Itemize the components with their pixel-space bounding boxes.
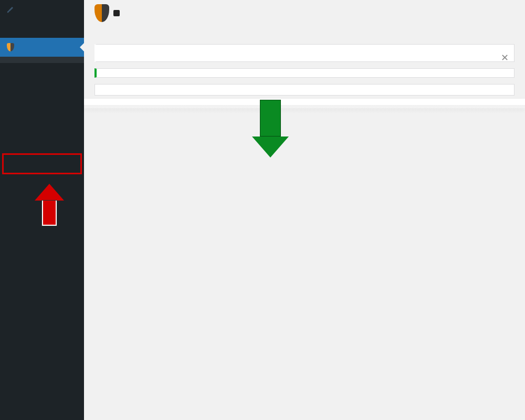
- aioseo-notice: ✕: [94, 44, 514, 62]
- menu-item-appearance[interactable]: [0, 0, 84, 19]
- logo-subtitle: [113, 10, 120, 16]
- shield-icon: [5, 42, 16, 52]
- annotation-red-arrow: [35, 184, 64, 226]
- info-bar: [94, 84, 514, 96]
- close-icon[interactable]: ✕: [501, 50, 509, 66]
- menu-item-siteguard[interactable]: [0, 38, 84, 57]
- plugin-logo: [94, 2, 514, 22]
- brush-icon: [5, 4, 16, 15]
- main-content: ✕: [84, 0, 525, 420]
- siteguard-submenu: [0, 57, 84, 63]
- second-notice: [94, 68, 514, 78]
- shield-icon: [94, 4, 109, 22]
- annotation-green-arrow: [252, 100, 289, 158]
- page-title: [94, 26, 514, 38]
